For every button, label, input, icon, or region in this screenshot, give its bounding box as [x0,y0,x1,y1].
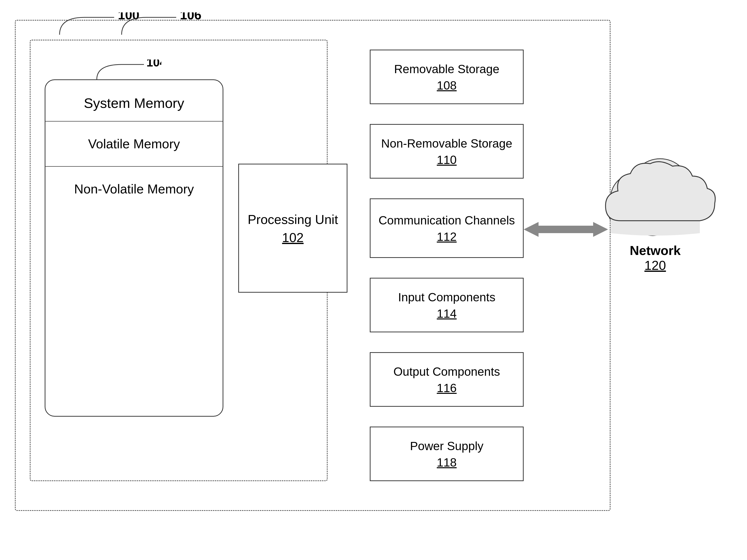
input-components-box: Input Components 114 [370,278,524,332]
non-removable-storage-number: 110 [437,153,457,167]
removable-storage-box: Removable Storage 108 [370,50,524,104]
system-memory-box: System Memory Volatile Memory Non-Volati… [45,79,223,417]
svg-text:104: 104 [147,59,161,69]
system-memory-title: System Memory [45,80,223,121]
processing-unit-box: Processing Unit 102 [238,164,347,293]
svg-text:106: 106 [180,12,202,22]
non-volatile-memory-section: Non-Volatile Memory [45,167,223,211]
communication-channels-number: 112 [437,230,457,243]
power-supply-number: 118 [437,456,457,469]
processing-unit-title: Processing Unit [248,211,338,228]
svg-marker-4 [524,222,539,237]
communication-channels-title: Communication Channels [379,213,515,228]
input-components-number: 114 [437,307,457,320]
processing-unit-number: 102 [282,230,304,245]
removable-storage-title: Removable Storage [394,61,499,77]
non-removable-storage-box: Non-Removable Storage 110 [370,124,524,179]
non-removable-storage-title: Non-Removable Storage [381,136,512,151]
network-cloud [586,144,725,248]
input-components-title: Input Components [398,290,495,305]
svg-rect-3 [539,226,593,233]
label-106-line: 106 [107,12,206,42]
volatile-memory-section: Volatile Memory [45,122,223,166]
communication-channels-box: Communication Channels 112 [370,198,524,258]
network-label: Network 120 [591,243,720,273]
power-supply-title: Power Supply [410,438,484,454]
removable-storage-number: 108 [437,79,457,92]
output-components-number: 116 [437,381,457,395]
output-components-title: Output Components [393,364,500,379]
output-components-box: Output Components 116 [370,352,524,407]
power-supply-box: Power Supply 118 [370,427,524,481]
